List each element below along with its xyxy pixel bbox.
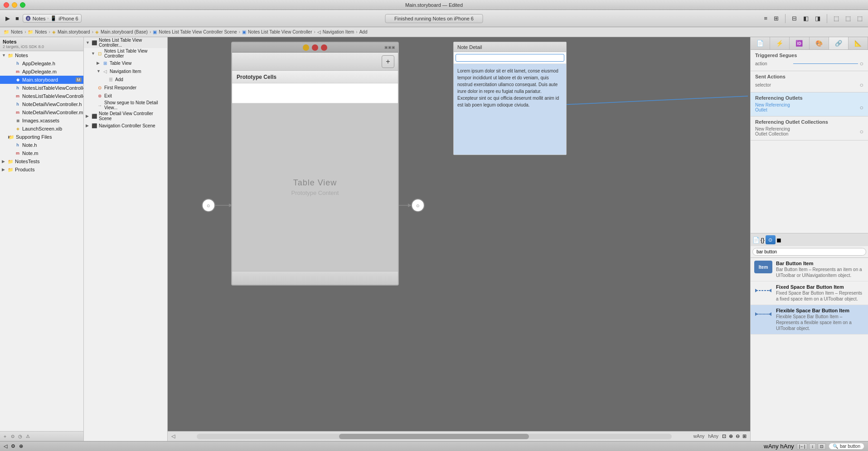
sidebar-item-supporting[interactable]: ▶ 📁 Supporting Files xyxy=(0,133,83,141)
add-file-button[interactable]: ＋ xyxy=(3,433,7,440)
scene-item-exit[interactable]: ⊗ Exit xyxy=(84,92,167,100)
breadcrumb-item-2[interactable]: 📁 Notes xyxy=(28,29,47,34)
scene-label: Navigation Controller Scene xyxy=(99,123,165,128)
triggered-segues-title: Triggered Segues xyxy=(755,53,863,58)
scene-item-controller[interactable]: ▼ ⊡ Notes List Table View Controller xyxy=(84,48,167,59)
status-add-button[interactable]: ⊕ xyxy=(19,443,23,449)
obj-item-flexible-space[interactable]: Flexible Space Bar Button Item Flexible … xyxy=(751,305,868,335)
inspector-tab-attributes[interactable]: 🎨 xyxy=(810,37,829,49)
sidebar-item-launchscreen[interactable]: ◈ LaunchScreen.xib xyxy=(0,125,83,133)
warning-button[interactable]: ⚠ xyxy=(26,434,30,439)
new-referencing-outlet-plus[interactable]: ○ xyxy=(860,104,863,111)
navigator-icon[interactable]: ⬚ xyxy=(832,14,841,23)
recent-button[interactable]: ◷ xyxy=(18,434,22,439)
run-button[interactable]: ▶ xyxy=(4,14,12,23)
scene-item-firstresponder[interactable]: ⊙ First Responder xyxy=(84,83,167,92)
triggered-segues-plus[interactable]: ○ xyxy=(860,60,863,67)
horizontal-scrollbar[interactable] xyxy=(197,434,672,439)
status-settings-button[interactable]: ⚙ xyxy=(11,443,15,449)
breadcrumb-item-5[interactable]: ▣ Notes List Table View Controller Scene xyxy=(153,29,237,34)
sidebar-item-notedetail-h[interactable]: h NoteDetailViewController.h xyxy=(0,100,83,108)
scene-item-tableview[interactable]: ▶ ⊞ Table View xyxy=(84,59,167,67)
sidebar-item-notedetail-m[interactable]: m NoteDetailViewController.m xyxy=(0,108,83,116)
sidebar-item-appdelegate-m[interactable]: m AppDelegate.m xyxy=(0,68,83,76)
inspector-tab-quick[interactable]: ⚡ xyxy=(770,37,790,49)
obj-item-bar-button[interactable]: Item Bar Button Item Bar Button Item – R… xyxy=(751,258,868,281)
sidebar-item-note-m[interactable]: m Note.m xyxy=(0,149,83,157)
new-referencing-outlet-collection-plus[interactable]: ○ xyxy=(860,128,863,135)
zoom-width-button[interactable]: |←| xyxy=(797,443,808,450)
grid-button[interactable]: ⊞ xyxy=(742,433,747,439)
storyboard-icon: ◈ xyxy=(15,77,21,83)
sidebar-item-main-storyboard[interactable]: ◈ Main.storyboard M xyxy=(0,76,83,84)
sidebar-item-note-h[interactable]: h Note.h xyxy=(0,141,83,149)
sidebar-item-appdelegate-h[interactable]: h AppDelegate.h xyxy=(0,59,83,68)
scheme-selector[interactable]: 🅐 Notes › 📱 iPhone 6 xyxy=(23,14,82,23)
scene-item-navcontroller-scene[interactable]: ▶ ⬛ Navigation Controller Scene xyxy=(84,121,167,130)
scene-label: Note Detail View Controller Scene xyxy=(99,111,165,121)
sidebar-item-noteslist-h[interactable]: h NotesListTableViewController.h xyxy=(0,84,83,92)
lib-tab-file[interactable]: 📄 xyxy=(752,237,760,243)
inspector-tab-connections[interactable]: 🔗 xyxy=(829,37,849,49)
scene-label: Exit xyxy=(104,93,165,98)
minimize-button[interactable] xyxy=(12,2,17,8)
zoom-fit-button[interactable]: ⊡ xyxy=(722,433,726,439)
view-grid-icon[interactable]: ⊞ xyxy=(772,14,781,23)
canvas-inner[interactable]: ⊙ ⊙ xyxy=(168,37,750,431)
sent-actions-plus[interactable]: ○ xyxy=(860,81,863,88)
split-view-icon[interactable]: ⊟ xyxy=(790,14,799,23)
object-search-input[interactable] xyxy=(752,248,866,256)
triggered-segues-label: action xyxy=(755,61,791,66)
close-button[interactable] xyxy=(4,2,9,8)
lib-tab-code[interactable]: {} xyxy=(761,237,765,243)
note-search-input[interactable] xyxy=(456,54,564,62)
sidebar-item-noteslist-m[interactable]: m NotesListTableViewController.m xyxy=(0,92,83,100)
new-referencing-outlet-label: New Referencing Outlet xyxy=(755,102,791,112)
lib-tab-objects[interactable]: ⊙ xyxy=(766,235,776,244)
breadcrumb-item-1[interactable]: 📁 Notes xyxy=(4,29,23,34)
add-button[interactable]: + xyxy=(382,55,394,68)
back-button[interactable]: ◁ xyxy=(171,433,175,439)
nav-icon-yellow xyxy=(303,44,309,51)
debug-icon[interactable]: ⬚ xyxy=(844,14,853,23)
scene-item-navitem[interactable]: ▼ ◁ Navigation Item xyxy=(84,67,167,75)
expand-arrow: ▶ xyxy=(2,167,7,172)
stop-button[interactable]: ■ xyxy=(14,14,21,23)
inspector-tab-size[interactable]: 📐 xyxy=(849,37,868,49)
status-back-button[interactable]: ◁ xyxy=(4,443,7,449)
view-list-icon[interactable]: ≡ xyxy=(762,14,769,23)
sidebar-item-notestests[interactable]: ▶ 📁 NotesTests xyxy=(0,157,83,165)
zoom-out-button[interactable]: ⊖ xyxy=(736,433,740,439)
breadcrumb-item-6[interactable]: ▣ Notes List Table View Controller xyxy=(242,29,312,34)
inspector-tab-identity[interactable]: 🆔 xyxy=(790,37,809,49)
lib-tab-media[interactable]: ◼ xyxy=(776,237,781,243)
sidebar-item-label: NotesListTableViewController.m xyxy=(22,93,83,99)
zoom-height-button[interactable]: ↕ xyxy=(809,443,816,450)
maximize-button[interactable] xyxy=(20,2,25,8)
breadcrumb-item-3[interactable]: ◈ Main.storyboard xyxy=(52,29,90,34)
sent-actions-title: Sent Actions xyxy=(755,74,863,79)
scene-item-segue[interactable]: → Show segue to Note Detail View... xyxy=(84,100,167,111)
inspector-icon[interactable]: ⬚ xyxy=(855,14,864,23)
obj-item-fixed-space[interactable]: Fixed Space Bar Button Item Fixed Space … xyxy=(751,281,868,305)
zoom-fit-button[interactable]: ⊡ xyxy=(818,443,826,450)
scene-item-add[interactable]: ☰ Add xyxy=(84,75,167,83)
sidebar-item-products[interactable]: ▶ 📁 Products xyxy=(0,165,83,174)
sent-actions-label: selector xyxy=(755,82,791,87)
iphone-bottom xyxy=(232,271,398,285)
breadcrumb-item-4[interactable]: ◈ Main.storyboard (Base) xyxy=(95,29,148,34)
canvas-area[interactable]: ⊙ ⊙ xyxy=(168,37,750,441)
sidebar-item-xcassets[interactable]: ◼ Images.xcassets xyxy=(0,116,83,125)
device-size-button[interactable]: wAny hAny xyxy=(764,443,794,450)
breadcrumb-item-7[interactable]: ◁ Navigation Item xyxy=(317,29,354,34)
inspector-tab-file[interactable]: 📄 xyxy=(751,37,770,49)
sidebar-item-notes-folder[interactable]: ▼ 📁 Notes xyxy=(0,51,83,59)
scene-item-noteslist-controller[interactable]: ▼ ⬛ Notes List Table View Controller... xyxy=(84,37,167,48)
zoom-in-button[interactable]: ⊕ xyxy=(729,433,733,439)
w-label: wAny xyxy=(693,434,704,439)
breadcrumb-item-8[interactable]: Add xyxy=(359,29,368,34)
scene-item-notedetail-scene[interactable]: ▶ ⬛ Note Detail View Controller Scene xyxy=(84,111,167,121)
right-panel-icon[interactable]: ◨ xyxy=(813,14,822,23)
left-panel-icon[interactable]: ◧ xyxy=(801,14,810,23)
filter-button[interactable]: ⊙ xyxy=(11,434,15,439)
